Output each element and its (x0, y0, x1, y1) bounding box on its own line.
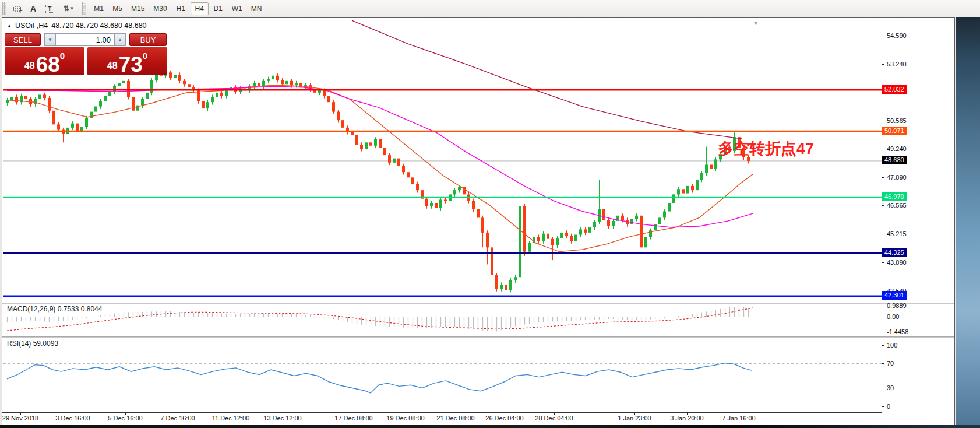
window-bottom-edge (0, 425, 980, 428)
axis-tick (882, 64, 884, 65)
time-axis-label: 21 Dec 08:00 (436, 415, 474, 422)
time-axis: 29 Nov 20183 Dec 16:005 Dec 16:007 Dec 1… (2, 413, 882, 425)
sell-price-sup: 0 (60, 51, 65, 61)
time-axis-label: 3 Jan 20:00 (670, 415, 704, 422)
toolbar: F A T ⇅ ▼ M1M5M15M30H1H4D1W1MN (0, 0, 980, 17)
time-axis-label: 7 Jan 16:00 (722, 415, 756, 422)
ohlc-quotes: 48.720 48.720 48.680 48.680 (51, 22, 146, 30)
price-axis-label: 46.565 (887, 202, 907, 209)
text-box-button[interactable]: T (41, 2, 58, 16)
toolbar-grip-2[interactable] (82, 2, 86, 15)
volume-increase-button[interactable]: ▲ (114, 33, 126, 46)
timeframe-m1[interactable]: M1 (90, 2, 108, 15)
buy-price-sup: 0 (143, 51, 147, 61)
time-axis-label: 7 Dec 16:00 (160, 415, 195, 422)
arrow-objects-icon: ⇅ (64, 4, 69, 13)
buy-price-big: 73 (119, 55, 143, 73)
buy-price-prefix: 48 (107, 61, 118, 71)
axis-tick (882, 121, 884, 121)
axis-tick (882, 317, 884, 317)
timeframe-bar: M1M5M15M30H1H4D1W1MN (90, 2, 266, 15)
text-label-button[interactable]: A (25, 2, 41, 16)
time-axis-label: 29 Nov 2018 (2, 415, 38, 422)
arrow-objects-button[interactable]: ⇅ ▼ (58, 2, 80, 16)
time-axis-label: 26 Dec 04:00 (485, 415, 523, 422)
text-label-icon: A (30, 4, 36, 13)
timeframe-h4[interactable]: H4 (191, 2, 209, 15)
current-price-badge: 48.680 (882, 156, 907, 164)
one-click-trading-panel: SELL ▼ ▲ BUY 48 68 0 48 73 0 (5, 33, 168, 75)
price-axis-label: 53.240 (887, 61, 907, 68)
level-price-badge: 44.325 (882, 248, 907, 257)
chart-header: ▲ USOil-,H4 48.720 48.720 48.680 48.680 (7, 22, 147, 30)
macd-values: 0.7533 0.8044 (58, 305, 103, 313)
chart-annotation-text: 多空转折点47 (718, 138, 814, 159)
timeframe-mn[interactable]: MN (247, 2, 266, 15)
timeframe-m5[interactable]: M5 (108, 2, 126, 15)
sell-price-prefix: 48 (24, 61, 35, 71)
toolbar-grip[interactable] (2, 2, 6, 15)
chart-window[interactable]: 54.59053.24051.91550.56549.24047.89046.5… (2, 18, 954, 425)
macd-axis-label: 0.9889 (887, 302, 907, 309)
grid-tool-button[interactable]: F (9, 2, 25, 16)
grid-icon: F (13, 5, 21, 12)
buy-button[interactable]: BUY (129, 33, 167, 46)
level-price-badge: 52.032 (882, 85, 907, 94)
chevron-down-icon: ▼ (69, 6, 74, 11)
axis-tick (882, 332, 884, 332)
axis-tick (882, 177, 884, 178)
macd-label: MACD(12,26,9) 0.7533 0.8044 (7, 305, 102, 313)
macd-axis-label: -1.4458 (887, 328, 908, 335)
timeframe-m30[interactable]: M30 (149, 2, 171, 15)
macd-plot[interactable] (3, 304, 882, 336)
time-axis-label: 1 Jan 23:00 (618, 415, 651, 422)
axis-tick (882, 406, 884, 407)
textbox-icon: T (45, 5, 54, 13)
collapse-panel-icon[interactable]: ▲ (7, 23, 12, 29)
grid-icon-label: F (20, 9, 23, 15)
macd-axis-label: 0.00 (887, 313, 899, 320)
sell-price-button[interactable]: 48 68 0 (5, 47, 84, 75)
price-axis-label: 50.565 (887, 117, 907, 124)
timeframe-h1[interactable]: H1 (172, 2, 190, 15)
symbol-title: USOil-,H4 (15, 22, 48, 30)
price-axis-label: 47.890 (887, 174, 907, 181)
rsi-axis-label: 0 (887, 403, 890, 410)
rsi-axis-label: 100 (887, 342, 897, 349)
axis-tick (882, 363, 884, 364)
axis-tick (882, 149, 884, 149)
axis-tick (882, 234, 884, 234)
rsi-axis-label: 30 (887, 384, 894, 391)
timeframe-d1[interactable]: D1 (209, 2, 227, 15)
axis-tick (882, 262, 884, 263)
axis-tick (882, 36, 884, 36)
rsi-axis-label: 70 (887, 360, 894, 367)
price-axis-label: 45.215 (887, 230, 907, 237)
axis-tick (882, 205, 884, 206)
axis-tick (882, 306, 884, 306)
chart-shift-marker[interactable]: ▼ (753, 20, 759, 26)
volume-input[interactable] (56, 33, 114, 46)
volume-decrease-button[interactable]: ▼ (44, 33, 56, 46)
price-axis-label: 49.240 (887, 145, 907, 152)
axis-tick (882, 388, 884, 388)
sell-button[interactable]: SELL (5, 33, 41, 46)
price-axis-label: 43.890 (887, 259, 907, 266)
buy-price-button[interactable]: 48 73 0 (87, 47, 167, 75)
timeframe-m15[interactable]: M15 (127, 2, 149, 15)
desktop-background (956, 17, 980, 425)
rsi-plot[interactable] (3, 338, 882, 412)
level-price-badge: 42.301 (882, 291, 907, 300)
time-axis-label: 3 Dec 16:00 (55, 415, 90, 422)
timeframe-w1[interactable]: W1 (228, 2, 246, 15)
time-axis-label: 17 Dec 08:00 (334, 415, 372, 422)
time-axis-label: 28 Dec 04:00 (535, 415, 573, 422)
time-axis-label: 5 Dec 16:00 (108, 415, 142, 422)
rsi-value: 59.0093 (33, 339, 58, 348)
price-axis: 54.59053.24051.91550.56549.24047.89046.5… (882, 18, 954, 425)
rsi-label: RSI(14) 59.0093 (7, 339, 58, 348)
level-price-badge: 50.071 (882, 127, 907, 135)
price-axis-label: 54.590 (887, 32, 907, 39)
time-axis-label: 11 Dec 12:00 (212, 415, 250, 422)
axis-tick (882, 345, 884, 346)
